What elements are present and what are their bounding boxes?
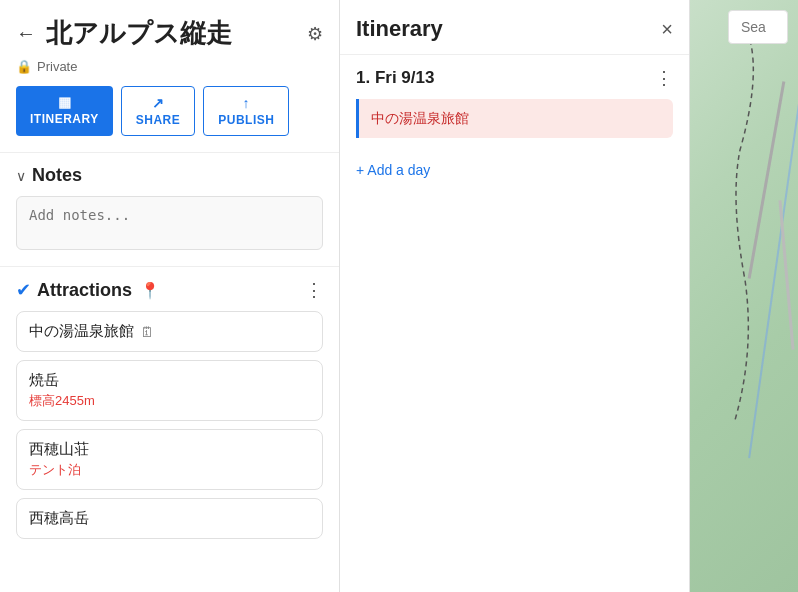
itinerary-label: ITINERARY (30, 112, 99, 126)
itinerary-button[interactable]: ▦ ITINERARY (16, 86, 113, 136)
day-label-0: 1. Fri 9/13 (356, 68, 434, 88)
attraction-card-2[interactable]: 西穂山荘 テント泊 (16, 429, 323, 490)
publish-icon: ↑ (243, 95, 251, 111)
publish-label: PUBLISH (218, 113, 274, 127)
notes-section: ∨ Notes (0, 153, 339, 266)
attraction-name-2: 西穂山荘 (29, 440, 310, 459)
attractions-more-icon[interactable]: ⋮ (305, 279, 323, 301)
map-panel (690, 0, 798, 592)
day-item-name-0: 中の湯温泉旅館 (371, 110, 469, 126)
attraction-name-1: 焼岳 (29, 371, 310, 390)
attractions-pin-icon: 📍 (140, 281, 160, 300)
share-label: SHARE (136, 113, 181, 127)
map-search-input[interactable] (728, 10, 788, 44)
left-panel: ← 北アルプス縦走 ⚙ 🔒 Private ▦ ITINERARY ↗ SHAR… (0, 0, 340, 592)
attractions-title: Attractions (37, 280, 132, 301)
notes-title: Notes (32, 165, 82, 186)
attraction-sub-1: 標高2455m (29, 392, 310, 410)
notes-chevron-icon[interactable]: ∨ (16, 168, 26, 184)
notes-input[interactable] (16, 196, 323, 250)
attraction-card-3[interactable]: 西穂高岳 (16, 498, 323, 539)
itinerary-body: 1. Fri 9/13 ⋮ 中の湯温泉旅館 + Add a day (340, 55, 689, 592)
trip-header: ← 北アルプス縦走 ⚙ (0, 0, 339, 59)
day-section-0: 1. Fri 9/13 ⋮ 中の湯温泉旅館 (356, 67, 673, 138)
attraction-name-0: 中の湯温泉旅館 🗓 (29, 322, 310, 341)
share-button[interactable]: ↗ SHARE (121, 86, 196, 136)
share-icon: ↗ (152, 95, 165, 111)
itinerary-panel: Itinerary × 1. Fri 9/13 ⋮ 中の湯温泉旅館 + Add … (340, 0, 690, 592)
attraction-sub-2: テント泊 (29, 461, 310, 479)
private-badge: 🔒 Private (0, 59, 339, 86)
day-more-icon-0[interactable]: ⋮ (655, 67, 673, 89)
action-buttons: ▦ ITINERARY ↗ SHARE ↑ PUBLISH (0, 86, 339, 152)
close-button[interactable]: × (661, 18, 673, 41)
private-label: Private (37, 59, 77, 74)
day-item-0[interactable]: 中の湯温泉旅館 (356, 99, 673, 138)
itinerary-icon: ▦ (58, 94, 72, 110)
notes-header: ∨ Notes (16, 165, 323, 186)
gear-icon[interactable]: ⚙ (307, 23, 323, 45)
day-header-0: 1. Fri 9/13 ⋮ (356, 67, 673, 89)
add-day-button[interactable]: + Add a day (356, 154, 673, 186)
attractions-header: ✔ Attractions 📍 ⋮ (16, 279, 323, 301)
attraction-name-3: 西穂高岳 (29, 509, 310, 528)
trip-title: 北アルプス縦走 (46, 16, 297, 51)
attractions-section: ✔ Attractions 📍 ⋮ 中の湯温泉旅館 🗓 焼岳 標高2455m 西… (0, 267, 339, 559)
attraction-card-0[interactable]: 中の湯温泉旅館 🗓 (16, 311, 323, 352)
itinerary-header: Itinerary × (340, 0, 689, 55)
check-icon: ✔ (16, 279, 31, 301)
attraction-card-1[interactable]: 焼岳 標高2455m (16, 360, 323, 421)
calendar-icon-0: 🗓 (140, 324, 154, 340)
publish-button[interactable]: ↑ PUBLISH (203, 86, 289, 136)
itinerary-title: Itinerary (356, 16, 443, 42)
lock-icon: 🔒 (16, 59, 32, 74)
back-button[interactable]: ← (16, 22, 36, 45)
